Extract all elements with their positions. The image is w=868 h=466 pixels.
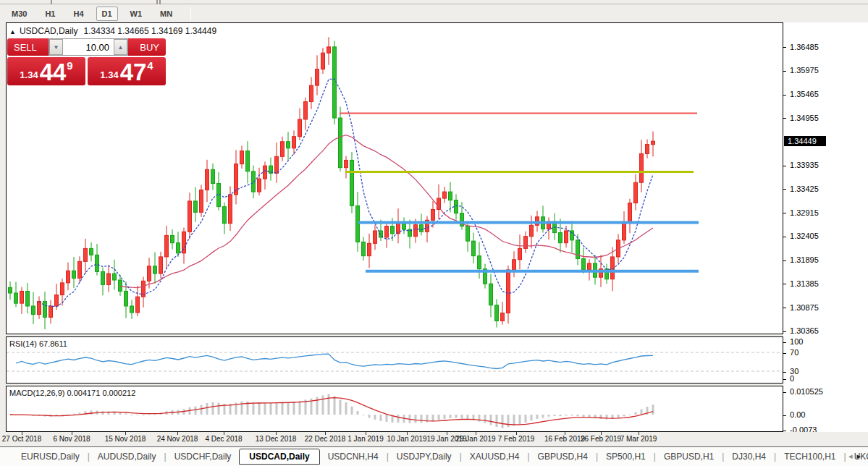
- price-axis-label: 1.33425: [783, 185, 819, 194]
- price-axis-label: 1.31385: [783, 279, 819, 289]
- toolbar-grip: [156, 0, 158, 4]
- axis-tick: [783, 342, 786, 343]
- rsi-label: RSI(14) 67.8611: [9, 339, 67, 348]
- ask-prefix: 1.34: [100, 69, 118, 80]
- collapse-triangle-icon[interactable]: ▲: [9, 28, 16, 35]
- axis-tick: [783, 71, 786, 72]
- tab-tech100-h1[interactable]: TECH100,H1: [776, 449, 843, 464]
- tab-usdjpy-daily[interactable]: USDJPY,Daily: [389, 449, 460, 464]
- timeframe-button-d1[interactable]: D1: [96, 7, 118, 21]
- chart-title: ▲USDCAD,Daily1.34334 1.34665 1.34169 1.3…: [9, 26, 216, 36]
- rsi-axis-label: 0: [783, 374, 794, 384]
- buy-button[interactable]: BUY: [133, 42, 166, 53]
- price-axis-label: 1.32405: [783, 232, 819, 241]
- mt4-window: { "toolbar": { "timeframes": [ {"label":…: [0, 0, 868, 466]
- quote-boxes-row: 1.34449 1.34474: [7, 57, 166, 85]
- axis-tick: [783, 353, 786, 354]
- tab-usdchf-daily[interactable]: USDCHF,Daily: [167, 449, 240, 464]
- axis-tick: [783, 213, 786, 213]
- tab-scroll-left-icon[interactable]: ◂: [848, 452, 857, 460]
- tab-gbpusd-h1[interactable]: GBPUSD,H1: [656, 449, 722, 464]
- price-axis-label: 1.36485: [783, 43, 819, 52]
- timeframe-toolbar: M30H1H4D1W1MN: [0, 5, 868, 22]
- toolbar-grip: [159, 0, 161, 4]
- axis-tick: [783, 237, 786, 237]
- price-axis: 1.36485 1.35975 1.35465 1.34955 1.33935 …: [783, 22, 868, 432]
- timeframe-button-mn[interactable]: MN: [154, 7, 178, 21]
- price-axis-label: 1.32915: [783, 208, 819, 218]
- price-axis-label: 1.35465: [783, 90, 819, 99]
- volume-decrease-button[interactable]: ▼: [49, 39, 63, 55]
- bid-quote-button[interactable]: 1.34449: [7, 57, 85, 85]
- trade-buttons-row: SELL ▼ ▲ BUY: [7, 38, 166, 56]
- rsi-canvas[interactable]: [7, 337, 783, 383]
- ask-pip-digit: 4: [147, 59, 153, 72]
- macd-label: MACD(12,26,9) 0.004171 0.000212: [9, 389, 135, 397]
- timeframe-button-w1[interactable]: W1: [125, 7, 148, 21]
- tab-gbpusd-h4[interactable]: GBPUSD,H4: [530, 449, 596, 464]
- symbol-tab-bar: EURUSD,Daily|AUDUSD,Daily|USDCHF,DailyUS…: [0, 446, 868, 466]
- axis-tick: [783, 260, 786, 261]
- upper-toolbar-edge: [0, 0, 868, 4]
- axis-tick: [783, 308, 786, 308]
- axis-tick: [783, 331, 786, 332]
- timeframe-button-h4[interactable]: H4: [67, 7, 89, 21]
- current-price-marker: 1.34449: [784, 136, 826, 146]
- axis-tick: [783, 189, 786, 190]
- tab-xauusd-h4[interactable]: XAUUSD,H4: [462, 449, 528, 464]
- axis-tick: [783, 431, 786, 431]
- axis-tick: [783, 166, 786, 166]
- tab-usdcad-daily[interactable]: USDCAD,Daily: [239, 449, 319, 465]
- macd-axis-label: 0.00: [783, 410, 805, 420]
- tab-sp500-h1[interactable]: SP500,H1: [598, 449, 654, 464]
- price-axis-label: 1.30875: [783, 303, 819, 313]
- toolbar-grip: [51, 0, 52, 4]
- bid-prefix: 1.34: [20, 69, 38, 80]
- chart-symbol-label: USDCAD,Daily: [20, 26, 78, 36]
- tab-scroll-arrows: ◂▸: [848, 452, 865, 461]
- price-axis-label: 1.30365: [783, 326, 819, 336]
- volume-increase-button[interactable]: ▲: [114, 39, 127, 55]
- rsi-axis-label: 100: [783, 337, 803, 347]
- tab-usdcnh-h4[interactable]: USDCNH,H4: [320, 449, 387, 464]
- date-axis-label: 7 Mar 2019: [606, 435, 671, 443]
- axis-tick: [783, 415, 786, 416]
- price-axis-label: 1.33935: [783, 161, 819, 170]
- price-axis-label: 1.34955: [783, 114, 819, 123]
- axis-tick: [783, 379, 786, 380]
- macd-axis-label: 0.010525: [783, 387, 823, 397]
- price-axis-label: 1.31895: [783, 255, 819, 265]
- tab-eurusd-daily[interactable]: EURUSD,Daily: [13, 449, 88, 464]
- timeframe-button-h1[interactable]: H1: [39, 7, 61, 21]
- bid-big-digits: 44: [40, 62, 67, 83]
- axis-tick: [783, 392, 786, 393]
- price-axis-label: 1.35975: [783, 66, 819, 75]
- volume-input[interactable]: [63, 39, 114, 55]
- ask-quote-button[interactable]: 1.34474: [88, 57, 166, 85]
- rsi-axis-label: 70: [783, 348, 799, 357]
- tab-audusd-daily[interactable]: AUDUSD,Daily: [90, 449, 164, 464]
- toolbar-separator: [190, 7, 191, 20]
- timeframe-button-m30[interactable]: M30: [6, 7, 33, 21]
- axis-tick: [783, 47, 786, 48]
- axis-tick: [783, 284, 786, 284]
- axis-tick: [783, 372, 786, 373]
- ask-big-digits: 47: [120, 62, 147, 83]
- tab-scroll-right-icon[interactable]: ▸: [856, 452, 865, 460]
- axis-tick: [783, 118, 786, 119]
- volume-spinner: ▼ ▲: [49, 38, 128, 56]
- one-click-trade-widget: SELL ▼ ▲ BUY 1.34449 1.34474: [7, 38, 166, 85]
- chart-ohlc-values: 1.34334 1.34665 1.34169 1.34449: [84, 26, 217, 36]
- bid-pip-digit: 9: [67, 59, 72, 72]
- sell-button[interactable]: SELL: [7, 42, 43, 53]
- axis-tick: [783, 95, 786, 96]
- date-axis: 27 Oct 20186 Nov 201815 Nov 201824 Nov 2…: [0, 432, 868, 446]
- tab-dj30-h4[interactable]: DJ30,H4: [724, 449, 774, 464]
